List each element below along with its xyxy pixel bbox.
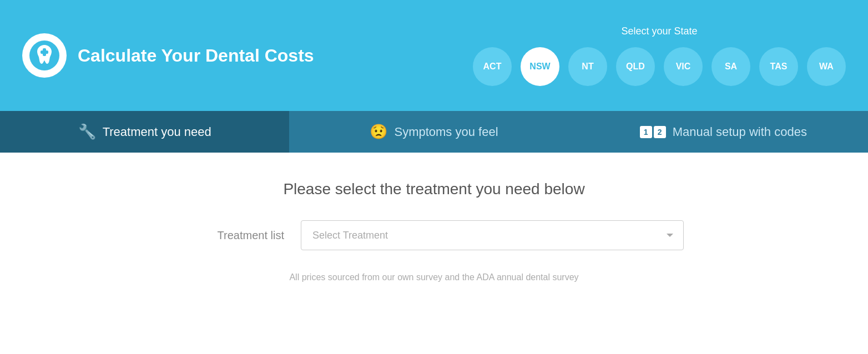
tab-symptoms-label: Symptoms you feel <box>394 125 498 139</box>
state-btn-wa[interactable]: WA <box>807 47 846 86</box>
frown-icon: 😟 <box>370 123 387 140</box>
state-selector: Select your State ACT NSW NT QLD VIC SA … <box>473 26 846 86</box>
disclaimer-text: All prices sourced from our own survey a… <box>289 272 578 282</box>
logo-area: Calculate Your Dental Costs <box>22 33 314 78</box>
state-btn-nsw[interactable]: NSW <box>521 47 559 86</box>
main-content: Please select the treatment you need bel… <box>0 153 868 310</box>
state-btn-act[interactable]: ACT <box>473 47 512 86</box>
tooth-logo-icon <box>29 41 59 70</box>
treatment-list-label: Treatment list <box>184 229 284 242</box>
tab-treatment[interactable]: 🔧 Treatment you need <box>0 111 289 153</box>
treatment-select[interactable]: Select Treatment <box>301 220 684 250</box>
svg-rect-2 <box>41 50 48 54</box>
tab-manual[interactable]: 12 Manual setup with codes <box>579 111 868 153</box>
main-title: Please select the treatment you need bel… <box>283 180 584 198</box>
state-btn-sa[interactable]: SA <box>711 47 750 86</box>
treatment-row: Treatment list Select Treatment <box>184 220 684 250</box>
wrench-icon: 🔧 <box>78 123 96 140</box>
state-btn-qld[interactable]: QLD <box>616 47 655 86</box>
state-btn-nt[interactable]: NT <box>568 47 607 86</box>
header: Calculate Your Dental Costs Select your … <box>0 0 868 111</box>
state-btn-tas[interactable]: TAS <box>759 47 798 86</box>
number-icon: 12 <box>640 126 666 138</box>
logo-circle <box>22 33 67 78</box>
tab-manual-label: Manual setup with codes <box>673 125 807 139</box>
tab-treatment-label: Treatment you need <box>103 125 211 139</box>
state-buttons: ACT NSW NT QLD VIC SA TAS WA <box>473 47 846 86</box>
site-title: Calculate Your Dental Costs <box>78 45 314 66</box>
nav-tabs: 🔧 Treatment you need 😟 Symptoms you feel… <box>0 111 868 153</box>
state-btn-vic[interactable]: VIC <box>664 47 703 86</box>
tab-symptoms[interactable]: 😟 Symptoms you feel <box>289 111 578 153</box>
state-selector-label: Select your State <box>621 26 697 37</box>
